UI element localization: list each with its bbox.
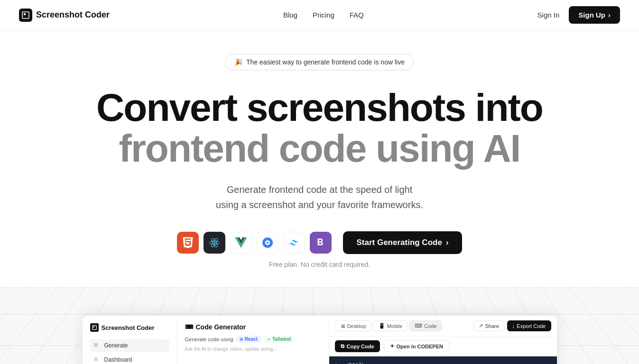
vue-icon — [230, 232, 252, 254]
nav-logo[interactable]: Screenshot Coder — [19, 9, 110, 22]
badge-emoji: 🎉 — [234, 58, 242, 66]
demo-sidebar-logo: Screenshot Coder — [90, 323, 169, 332]
demo-right-toolbar: 🖥 Desktop 📱 Mobile ⌨ Code ↗ Sh — [329, 316, 557, 337]
react-icon — [204, 232, 225, 254]
nav-right: Sign In Sign Up › — [537, 6, 620, 24]
tab-mobile[interactable]: 📱 Mobile — [373, 320, 407, 331]
svg-point-8 — [267, 242, 269, 244]
svg-rect-0 — [22, 12, 29, 18]
arrow-right-icon: › — [446, 238, 449, 247]
export-button[interactable]: ↓ Export Code — [507, 320, 551, 331]
generate-sidebar-icon: ⊞ — [94, 342, 101, 349]
logo-text: Screenshot Coder — [36, 10, 110, 20]
demo-main: ⌨ Code Generator Generate code using Rea… — [177, 316, 329, 364]
copy-icon: ⧉ — [341, 343, 344, 349]
download-icon: ↓ — [512, 323, 515, 329]
sign-in-button[interactable]: Sign In — [537, 11, 560, 19]
demo-window: Screenshot Coder ⊞ Generate ⊟ Dashboard … — [83, 316, 557, 364]
nav-links: Blog Pricing FAQ — [283, 11, 364, 19]
sign-up-button[interactable]: Sign Up › — [569, 6, 620, 24]
codepen-icon: ✦ — [390, 343, 394, 349]
hero-cta-row: Start Generating Code › — [177, 231, 462, 254]
announcement-badge: 🎉 The easiest way to generate frontend c… — [225, 54, 414, 70]
tab-desktop[interactable]: 🖥 Desktop — [335, 320, 371, 331]
demo-generate-using: Generate code using React Tailwind — [185, 336, 321, 343]
nav-pricing[interactable]: Pricing — [313, 11, 334, 19]
tab-code[interactable]: ⌨ Code — [409, 320, 442, 331]
hero-subtitle: Generate frontend code at the speed of l… — [216, 182, 423, 212]
share-icon: ↗ — [479, 323, 483, 329]
code-icon: ⌨ — [415, 323, 422, 329]
framework-icons — [177, 232, 332, 254]
mobile-icon: 📱 — [379, 323, 385, 329]
navbar: Screenshot Coder Blog Pricing FAQ Sign I… — [0, 0, 639, 30]
html5-icon — [177, 232, 199, 254]
svg-point-2 — [213, 242, 215, 244]
demo-sidebar: Screenshot Coder ⊞ Generate ⊟ Dashboard — [83, 316, 177, 364]
chevron-right-icon: › — [608, 11, 611, 19]
code-generator-icon: ⌨ — [185, 324, 193, 330]
svg-rect-10 — [93, 327, 94, 328]
svg-rect-9 — [92, 326, 96, 330]
demo-tabs: 🖥 Desktop 📱 Mobile ⌨ Code — [335, 320, 442, 331]
free-plan-text: Free plan. No credit card required. — [269, 261, 370, 268]
logo-icon — [19, 9, 32, 22]
demo-section: Screenshot Coder ⊞ Generate ⊟ Dashboard … — [0, 287, 639, 364]
hero-subtitle-line1: Generate frontend code at the speed of l… — [227, 184, 412, 195]
badge-text: The easiest way to generate frontend cod… — [246, 58, 405, 66]
sidebar-item-generate[interactable]: ⊞ Generate — [90, 339, 169, 352]
sidebar-item-dashboard[interactable]: ⊟ Dashboard — [90, 354, 169, 364]
svg-rect-1 — [24, 13, 26, 15]
dashboard-sidebar-icon: ⊟ — [94, 356, 101, 363]
hero-title-line1: Convert screenshots into — [96, 87, 543, 128]
bootstrap-icon — [310, 232, 332, 254]
tailwind-icon — [283, 232, 305, 254]
react-tag: React — [236, 336, 261, 343]
code-line-1: 1 <html> — [335, 361, 551, 364]
open-codepen-button[interactable]: ✦ Open in CODEPEN — [384, 340, 449, 352]
start-generating-button[interactable]: Start Generating Code › — [343, 231, 462, 254]
demo-sidebar-logo-icon — [90, 323, 99, 332]
hero-section: 🎉 The easiest way to generate frontend c… — [0, 30, 639, 287]
demo-right-actions: ↗ Share ↓ Export Code — [473, 320, 551, 331]
hero-title-line2: frontend code using AI — [119, 128, 520, 169]
demo-input-hint: Ask the AI to change colors, update sizi… — [185, 346, 321, 352]
share-button[interactable]: ↗ Share — [473, 320, 504, 331]
demo-main-title: ⌨ Code Generator — [185, 323, 321, 331]
demo-code-actions: ⧉ Copy Code ✦ Open in CODEPEN — [329, 337, 557, 356]
svg-point-11 — [241, 339, 241, 339]
copy-code-button[interactable]: ⧉ Copy Code — [335, 340, 380, 352]
nav-blog[interactable]: Blog — [283, 11, 297, 19]
nav-faq[interactable]: FAQ — [350, 11, 364, 19]
css-modules-icon — [257, 232, 278, 254]
hero-subtitle-line2: using a screenshot and your favorite fra… — [216, 200, 423, 210]
demo-right: 🖥 Desktop 📱 Mobile ⌨ Code ↗ Sh — [329, 316, 557, 364]
demo-code-block: 1 <html> 2 <head> 3 <title>Create an Acc… — [329, 356, 557, 364]
tailwind-tag: Tailwind — [264, 336, 294, 343]
desktop-icon: 🖥 — [340, 323, 345, 329]
